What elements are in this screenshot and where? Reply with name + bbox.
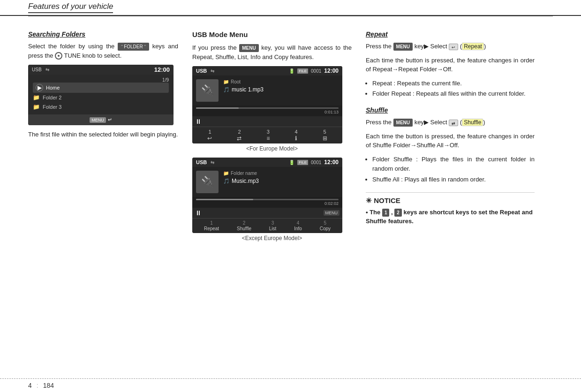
shuffle-bullet-2: Shuffle All : Plays all files in random …: [372, 175, 535, 185]
usb-mode-menu-title: USB Mode Menu: [192, 30, 352, 38]
usb-track-info-eu: 📁 Root 🎵 music 1.mp3: [223, 79, 264, 93]
file-badge-ex: FILE: [297, 160, 308, 165]
bottom-icon-2-eu: 2 ⇄: [237, 129, 241, 142]
folder-caption: The first file within the selected folde…: [28, 130, 178, 139]
repeat-menu-key: MENU: [393, 43, 413, 51]
progress-fill-eu: [196, 107, 239, 109]
usb-screen-europe: USB ⇆ 🔋 FILE 0001 12:00 🔌 📁 Root: [192, 66, 342, 143]
shuffle-menu-key: MENU: [393, 119, 413, 127]
folder-icon-eu: 📁: [223, 79, 229, 84]
usb-signal-icon: ⇆: [45, 67, 49, 72]
clock-ex: 12:00: [324, 159, 339, 166]
usb-screen-folders: USB ⇆ 12:00 1/9 ▶ Home 📁 Folder 2 📁: [28, 65, 174, 125]
usb-menu-bar: MENU ↵: [28, 114, 174, 125]
bottom-icon-3-eu: 3 ≡: [266, 129, 270, 142]
progress-bar-eu: 0:01:13: [192, 106, 342, 116]
usb-except-main: 🔌 📁 Folder name 🎵 Music.mp3: [192, 167, 342, 197]
shuffle-bullet-1: Folder Shuffle : Plays the files in the …: [372, 155, 535, 174]
usb-controls-ex: ⏸ MENU: [192, 208, 342, 218]
footer-divider: :: [37, 382, 38, 389]
repeat-bullet-1: Repeat : Repeats the current file.: [372, 79, 535, 89]
bottom-repeat: 1 Repeat: [204, 220, 219, 231]
usb-top-bar: USB ⇆ 12:00: [28, 65, 174, 75]
battery-icon-eu: 🔋: [289, 68, 294, 74]
usb-drive-icon: 🔌: [201, 84, 214, 97]
usb-label-eu: USB: [196, 68, 207, 74]
shuffle-word-highlight: Shuffle: [462, 119, 483, 126]
repeat-bullet-list: Repeat : Repeats the current file. Folde…: [366, 79, 535, 99]
folder-item-3: 📁 Folder 3: [33, 102, 169, 112]
repeat-word-highlight: Repeat: [462, 43, 484, 50]
caption-except: <Except Europe Model>: [192, 235, 352, 241]
repeat-bullet-2: Folder Repeat : Repeats all files within…: [372, 89, 535, 99]
searching-folders-title: Searching Folders: [28, 30, 178, 38]
progress-track-ex: [196, 199, 339, 200]
bottom-icon-1-eu: 1 ↩: [207, 129, 212, 142]
pause-btn-ex: ⏸: [195, 209, 202, 217]
track-name-eu: music 1.mp3: [232, 86, 264, 93]
repeat-select-icon: ↩: [449, 44, 458, 50]
music-note-ex: 🎵: [223, 178, 230, 184]
menu-label-ex: MENU: [324, 210, 340, 216]
repeat-para: Each time the button is pressed, the fea…: [366, 56, 535, 74]
usb-sym-eu: ⇆: [211, 68, 214, 74]
key-1-label: 1: [382, 209, 390, 217]
page-indicator: 1/9: [33, 77, 169, 83]
usb-sym-ex: ⇆: [211, 160, 214, 165]
usb-screen-except: USB ⇆ 🔋 FILE 0001 12:00 🔌 📁 Folder: [192, 158, 342, 233]
usb-thumb-ex: 🔌: [196, 171, 219, 193]
progress-bar-ex: 0:02:02: [192, 197, 342, 208]
caption-europe: <For Europe Model>: [192, 145, 352, 152]
folder-button-label: ⌃FOLDER⌃: [118, 43, 149, 51]
usb-mode-intro: If you press the MENU key, you will have…: [192, 43, 352, 61]
repeat-title: Repeat: [366, 30, 535, 38]
play-icon: ▶: [36, 84, 43, 91]
right-column: Repeat Press the MENU key▶ Select ↩ (Rep…: [366, 30, 535, 247]
notice-section: ✳ NOTICE • The 1 , 2 keys are shortcut k…: [366, 192, 535, 226]
searching-folders-para: Select the folder by using the ⌃FOLDER⌃ …: [28, 42, 178, 60]
folder-icon-3: 📁: [33, 104, 40, 110]
usb-controls-eu: ⏸: [192, 116, 342, 127]
progress-track-eu: [196, 107, 339, 109]
usb-label-ex: USB: [196, 159, 207, 165]
folder-item-home: ▶ Home: [33, 83, 169, 93]
repeat-section: Repeat Press the MENU key▶ Select ↩ (Rep…: [366, 30, 535, 99]
usb-drive-icon-ex: 🔌: [201, 176, 214, 188]
usb-clock: 12:00: [154, 66, 170, 73]
shuffle-title: Shuffle: [366, 106, 535, 114]
page-title: Features of your vehicle: [28, 2, 113, 11]
bottom-copy: 5 Copy: [320, 220, 331, 231]
shuffle-bullet-list: Folder Shuffle : Plays the files in the …: [366, 155, 535, 185]
bottom-shuffle: 2 Shuffle: [237, 220, 251, 231]
left-column: Searching Folders Select the folder by u…: [28, 30, 178, 247]
tune-knob-icon: [55, 52, 62, 60]
page-number: 184: [43, 382, 54, 389]
shuffle-select-icon: ⇄: [449, 120, 458, 126]
bottom-info: 4 Info: [294, 220, 302, 231]
progress-fill-ex: [196, 199, 253, 200]
usb-folder-list: 1/9 ▶ Home 📁 Folder 2 📁 Folder 3: [28, 75, 174, 114]
pause-btn-eu: ⏸: [195, 118, 202, 125]
menu-btn: MENU: [90, 117, 106, 123]
repeat-intro: Press the MENU key▶ Select ↩ (Repeat): [366, 42, 535, 51]
usb-europe-top-bar: USB ⇆ 🔋 FILE 0001 12:00: [192, 66, 342, 75]
usb-europe-main: 🔌 📁 Root 🎵 music 1.mp3: [192, 75, 342, 106]
main-content: Searching Folders Select the folder by u…: [0, 16, 581, 256]
file-num-ex: 0001: [311, 160, 321, 165]
shuffle-section: Shuffle Press the MENU key▶ Select ⇄ (Sh…: [366, 106, 535, 185]
time-elapsed-ex: 0:02:02: [196, 201, 339, 206]
track-name-ex: Music.mp3: [232, 178, 259, 184]
bottom-list: 3 List: [269, 220, 277, 231]
usb-except-top-bar: USB ⇆ 🔋 FILE 0001 12:00: [192, 158, 342, 167]
usb-bottom-icons-ex: 1 Repeat 2 Shuffle 3 List 4 Info 5 Cop: [192, 218, 342, 233]
bottom-icon-4-eu: 4 ℹ: [294, 129, 297, 142]
music-note-eu: 🎵: [223, 87, 230, 93]
time-elapsed-eu: 0:01:13: [196, 110, 339, 114]
battery-icon-ex: 🔋: [289, 160, 294, 165]
usb-label: USB: [32, 67, 42, 72]
usb-track-info-ex: 📁 Folder name 🎵 Music.mp3: [223, 171, 259, 184]
shuffle-para: Each time the button is pressed, the fea…: [366, 132, 535, 150]
menu-key-label: MENU: [239, 44, 258, 52]
clock-eu: 12:00: [324, 68, 339, 74]
usb-bottom-icons-eu: 1 ↩ 2 ⇄ 3 ≡ 4 ℹ 5 ⊞: [192, 127, 342, 143]
